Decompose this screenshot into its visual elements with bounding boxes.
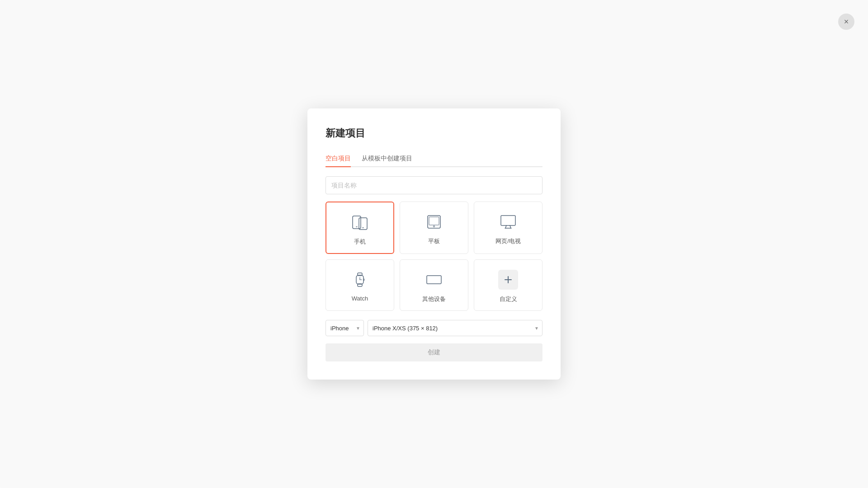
tab-blank-project[interactable]: 空白项目	[326, 151, 351, 167]
tab-from-template[interactable]: 从模板中创建项目	[362, 151, 412, 167]
resolution-select-wrapper: iPhone X/XS (375 × 812) iPhone 8 (375 × …	[368, 320, 542, 336]
close-icon: ×	[844, 17, 849, 27]
svg-rect-4	[428, 216, 440, 228]
device-label-watch: Watch	[352, 295, 368, 302]
device-card-mobile[interactable]: 手机	[326, 202, 394, 254]
monitor-icon	[497, 211, 519, 233]
device-type-grid: 手机 平板	[326, 202, 542, 311]
device-label-mobile: 手机	[354, 238, 366, 246]
svg-rect-8	[501, 216, 515, 225]
new-project-dialog: 新建项目 空白项目 从模板中创建项目 手机	[307, 108, 561, 380]
create-button[interactable]: 创建	[326, 343, 542, 361]
device-label-custom: 自定义	[500, 295, 517, 303]
svg-rect-18	[427, 276, 441, 284]
device-card-tablet[interactable]: 平板	[400, 202, 468, 254]
svg-point-5	[434, 226, 435, 227]
device-card-other[interactable]: 其他设备	[400, 259, 468, 311]
custom-icon	[497, 269, 519, 291]
watch-icon	[349, 269, 371, 291]
device-card-custom[interactable]: 自定义	[474, 259, 542, 311]
tablet-icon	[423, 211, 445, 233]
resolution-select[interactable]: iPhone X/XS (375 × 812) iPhone 8 (375 × …	[368, 320, 542, 336]
svg-rect-17	[363, 279, 364, 281]
tab-bar: 空白项目 从模板中创建项目	[326, 151, 542, 167]
project-name-input[interactable]	[326, 176, 542, 194]
device-label-other: 其他设备	[422, 295, 446, 303]
svg-line-10	[510, 225, 511, 228]
dialog-title: 新建项目	[326, 127, 542, 140]
device-label-web-tv: 网页/电视	[495, 237, 521, 245]
device-label-tablet: 平板	[428, 237, 440, 245]
svg-line-9	[505, 225, 506, 228]
device-type-select-wrapper: iPhone Android iPad Other ▼	[326, 320, 364, 336]
close-button[interactable]: ×	[838, 14, 854, 30]
device-card-watch[interactable]: Watch	[326, 259, 394, 311]
other-device-icon	[423, 269, 445, 291]
svg-rect-7	[429, 217, 439, 225]
device-type-select[interactable]: iPhone Android iPad Other	[326, 320, 364, 336]
device-options-row: iPhone Android iPad Other ▼ iPhone X/XS …	[326, 320, 542, 336]
mobile-icon	[349, 211, 371, 233]
device-card-web-tv[interactable]: 网页/电视	[474, 202, 542, 254]
